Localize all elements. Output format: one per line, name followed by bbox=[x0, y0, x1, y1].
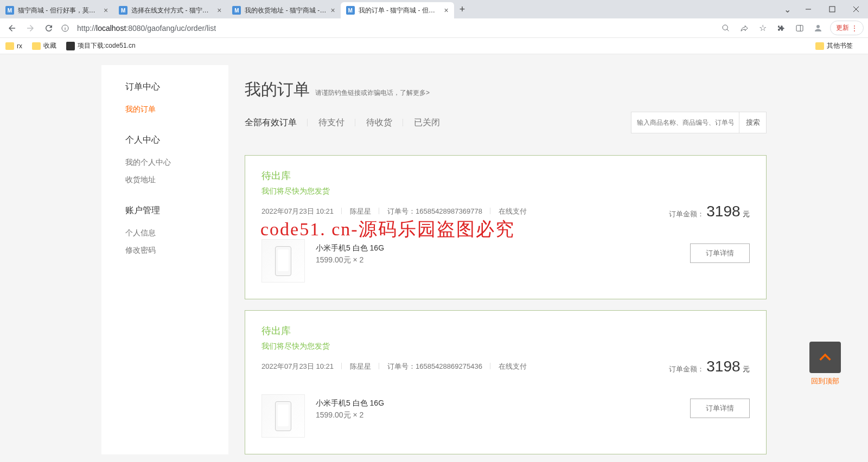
close-icon[interactable]: × bbox=[104, 6, 108, 15]
order-detail-button[interactable]: 订单详情 bbox=[690, 243, 750, 263]
minimize-button[interactable] bbox=[796, 1, 820, 17]
sidebar-group-title: 账户管理 bbox=[101, 205, 228, 216]
back-button[interactable] bbox=[4, 21, 20, 36]
tab-dropdown-icon[interactable]: ⌄ bbox=[784, 4, 791, 15]
order-pay-method: 在线支付 bbox=[490, 207, 535, 216]
filter-pending-receive[interactable]: 待收货 bbox=[355, 117, 403, 129]
folder-icon bbox=[32, 42, 41, 50]
tab-title: 我的订单 - 猫宁商城 - 但行好事 bbox=[359, 6, 440, 15]
product-name[interactable]: 小米手机5 白色 16G bbox=[316, 243, 384, 253]
sidebar: 订单中心 我的订单 个人中心 我的个人中心 收货地址 账户管理 个人信息 修改密… bbox=[101, 65, 228, 454]
phone-icon bbox=[275, 246, 291, 276]
window-controls: ⌄ bbox=[784, 1, 868, 17]
nav-bar: http://localhost:8080/gaofang/uc/order/l… bbox=[0, 18, 868, 38]
product-price: 1599.00元 × 2 bbox=[316, 255, 384, 265]
sidebar-item-personal-center[interactable]: 我的个人中心 bbox=[101, 154, 228, 171]
browser-tab-1[interactable]: M选择在线支付方式 - 猫宁商城 - 但× bbox=[113, 2, 227, 18]
browser-tab-2[interactable]: M我的收货地址 - 猫宁商城 - 但行× bbox=[227, 2, 340, 18]
browser-tab-0[interactable]: M猫宁商城 - 但行好事，莫问前程× bbox=[0, 2, 113, 18]
bookmark-fav[interactable]: 收藏 bbox=[32, 41, 56, 50]
chevron-up-icon bbox=[818, 350, 833, 365]
close-icon[interactable]: × bbox=[330, 6, 335, 15]
filter-closed[interactable]: 已关闭 bbox=[403, 117, 451, 129]
order-item: 小米手机5 白色 16G 1599.00元 × 2 bbox=[261, 394, 652, 438]
close-icon[interactable]: × bbox=[217, 6, 221, 15]
main-content: 我的订单 请谨防钓鱼链接或诈骗电话，了解更多> 全部有效订单 待支付 待收货 已… bbox=[228, 65, 767, 454]
maximize-button[interactable] bbox=[820, 1, 844, 17]
filter-bar: 全部有效订单 待支付 待收货 已关闭 搜索 bbox=[245, 112, 767, 144]
filter-pending-pay[interactable]: 待支付 bbox=[308, 117, 355, 129]
zoom-icon[interactable] bbox=[719, 22, 732, 35]
browser-tab-3[interactable]: M我的订单 - 猫宁商城 - 但行好事× bbox=[341, 2, 454, 18]
svg-point-7 bbox=[723, 25, 727, 30]
order-detail-button[interactable]: 订单详情 bbox=[690, 399, 750, 418]
product-name[interactable]: 小米手机5 白色 16G bbox=[316, 399, 384, 408]
order-number: 订单号：16585428869275436 bbox=[379, 362, 490, 371]
search-button[interactable]: 搜索 bbox=[739, 112, 767, 133]
svg-point-11 bbox=[816, 25, 820, 28]
sidebar-group-title: 订单中心 bbox=[101, 81, 228, 93]
order-date: 2022年07月23日 10:21 bbox=[261, 207, 342, 216]
update-button[interactable]: 更新 bbox=[830, 21, 864, 35]
tab-favicon: M bbox=[5, 6, 14, 15]
profile-icon[interactable] bbox=[812, 22, 825, 35]
bookmark-star-icon[interactable]: ☆ bbox=[756, 22, 769, 35]
order-customer: 陈星星 bbox=[342, 207, 379, 216]
order-status: 待出库 bbox=[261, 169, 750, 182]
svg-rect-9 bbox=[796, 25, 803, 31]
order-message: 我们将尽快为您发货 bbox=[261, 342, 750, 351]
sidebar-group-title: 个人中心 bbox=[101, 134, 228, 146]
address-bar[interactable]: http://localhost:8080/gaofang/uc/order/l… bbox=[74, 24, 716, 33]
order-card: 待出库 我们将尽快为您发货 2022年07月23日 10:21 陈星星 订单号：… bbox=[245, 310, 767, 454]
search-input[interactable] bbox=[631, 112, 739, 133]
other-bookmarks[interactable]: 其他书签 bbox=[815, 41, 853, 50]
sidepanel-icon[interactable] bbox=[793, 22, 806, 35]
tab-bar: M猫宁商城 - 但行好事，莫问前程× M选择在线支付方式 - 猫宁商城 - 但×… bbox=[0, 0, 868, 18]
tab-title: 我的收货地址 - 猫宁商城 - 但行 bbox=[245, 6, 326, 15]
sidebar-group-orders: 订单中心 我的订单 bbox=[101, 81, 228, 118]
order-customer: 陈星星 bbox=[342, 362, 379, 371]
share-icon[interactable] bbox=[738, 22, 751, 35]
tab-title: 猫宁商城 - 但行好事，莫问前程 bbox=[18, 6, 99, 15]
site-info-icon[interactable] bbox=[60, 23, 71, 34]
order-search: 搜索 bbox=[631, 112, 767, 133]
svg-line-8 bbox=[727, 29, 729, 31]
sidebar-item-change-password[interactable]: 修改密码 bbox=[101, 242, 228, 259]
product-image[interactable] bbox=[261, 239, 305, 283]
bookmark-rx[interactable]: rx bbox=[5, 42, 22, 50]
sidebar-item-my-orders[interactable]: 我的订单 bbox=[101, 101, 228, 118]
order-card: 待出库 我们将尽快为您发货 2022年07月23日 10:21 陈星星 订单号：… bbox=[245, 155, 767, 299]
folder-icon bbox=[5, 42, 14, 50]
tab-favicon: M bbox=[346, 6, 355, 15]
order-meta: 2022年07月23日 10:21 陈星星 订单号：16585428987369… bbox=[261, 207, 535, 216]
browser-chrome: M猫宁商城 - 但行好事，莫问前程× M选择在线支付方式 - 猫宁商城 - 但×… bbox=[0, 0, 868, 54]
forward-button[interactable] bbox=[23, 21, 38, 36]
order-status: 待出库 bbox=[261, 324, 750, 337]
tab-favicon: M bbox=[232, 6, 241, 15]
bookmark-dl[interactable]: 项目下载:code51.cn bbox=[66, 41, 136, 50]
order-pay-method: 在线支付 bbox=[490, 362, 535, 371]
sidebar-group-account: 账户管理 个人信息 修改密码 bbox=[101, 205, 228, 259]
order-number: 订单号：16585428987369778 bbox=[379, 207, 490, 216]
tab-title: 选择在线支付方式 - 猫宁商城 - 但 bbox=[131, 6, 213, 15]
product-price: 1599.00元 × 2 bbox=[316, 410, 384, 420]
page-subtitle: 请谨防钓鱼链接或诈骗电话，了解更多> bbox=[315, 88, 430, 98]
back-to-top-label: 回到顶部 bbox=[809, 376, 841, 386]
bookmark-bar: rx 收藏 项目下载:code51.cn 其他书签 bbox=[0, 38, 868, 54]
product-image[interactable] bbox=[261, 394, 305, 438]
close-window-button[interactable] bbox=[844, 1, 868, 17]
reload-button[interactable] bbox=[41, 21, 56, 36]
order-item: 小米手机5 白色 16G 1599.00元 × 2 bbox=[261, 239, 652, 283]
sidebar-item-personal-info[interactable]: 个人信息 bbox=[101, 224, 228, 242]
sidebar-item-address[interactable]: 收货地址 bbox=[101, 171, 228, 189]
site-icon bbox=[66, 42, 75, 50]
extensions-icon[interactable] bbox=[775, 22, 788, 35]
order-meta: 2022年07月23日 10:21 陈星星 订单号：16585428869275… bbox=[261, 362, 535, 371]
back-to-top-icon-box bbox=[809, 342, 841, 373]
back-to-top[interactable]: 回到顶部 bbox=[809, 342, 841, 386]
page-title: 我的订单 bbox=[245, 79, 310, 101]
filter-all[interactable]: 全部有效订单 bbox=[245, 117, 308, 129]
close-icon[interactable]: × bbox=[444, 6, 449, 15]
new-tab-button[interactable]: + bbox=[454, 4, 471, 15]
order-amount: 订单金额： 3198 元 bbox=[669, 358, 750, 375]
